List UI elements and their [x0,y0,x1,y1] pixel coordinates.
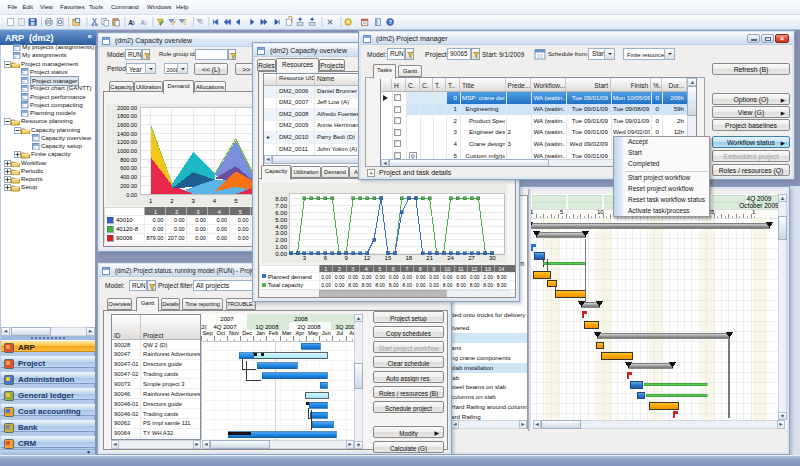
svg-text:0.00: 0.00 [416,282,426,288]
svg-text:0.00: 0.00 [216,217,227,223]
svg-text:24: 24 [447,255,454,261]
svg-text:May: May [308,330,319,336]
svg-text:0.00: 0.00 [238,235,249,241]
svg-text:4.00: 4.00 [275,224,287,230]
svg-text:90006: 90006 [116,235,133,241]
svg-text:10: 10 [444,266,450,272]
svg-text:8.00: 8.00 [362,282,372,288]
svg-text:0.00: 0.00 [429,282,439,288]
svg-text:0.00: 0.00 [470,274,480,280]
svg-text:0.00: 0.00 [335,274,345,280]
svg-text:11: 11 [458,266,464,272]
svg-text:4: 4 [365,266,368,272]
svg-text:5: 5 [378,266,381,272]
svg-text:8.00: 8.00 [443,282,453,288]
svg-text:Sep: Sep [203,330,213,336]
svg-text:400.00: 400.00 [120,174,137,180]
svg-text:3.00: 3.00 [275,230,287,236]
svg-text:0.00: 0.00 [174,226,185,232]
svg-text:Planned demand: Planned demand [268,274,312,280]
svg-text:14: 14 [498,266,504,272]
svg-text:3Q 2008: 3Q 2008 [335,324,354,330]
svg-text:15: 15 [385,255,392,261]
svg-text:0.00: 0.00 [126,192,137,198]
svg-text:0.00: 0.00 [195,235,206,241]
svg-text:0.00: 0.00 [216,235,227,241]
svg-text:0.00: 0.00 [335,282,345,288]
svg-text:8.00: 8.00 [470,282,480,288]
svg-text:Jun: Jun [322,330,331,336]
svg-text:8.00: 8.00 [348,282,358,288]
svg-text:40120-8: 40120-8 [116,226,139,232]
svg-text:Oct: Oct [217,330,226,336]
svg-text:1600.00: 1600.00 [117,122,137,128]
svg-text:7: 7 [405,266,408,272]
svg-text:0.00: 0.00 [216,226,227,232]
svg-text:600.00: 600.00 [120,165,137,171]
svg-text:Dec: Dec [242,330,252,336]
svg-text:2007: 2007 [220,316,234,322]
svg-text:18: 18 [405,255,412,261]
svg-text:0.00: 0.00 [456,274,466,280]
svg-text:8.00: 8.00 [497,274,507,280]
svg-text:2000.00: 2000.00 [117,105,137,111]
svg-text:21: 21 [426,255,433,261]
svg-text:6.00: 6.00 [275,210,287,216]
svg-text:1000.00: 1000.00 [117,148,137,154]
svg-text:0.00: 0.00 [275,251,287,257]
svg-text:10: 10 [597,209,604,215]
svg-text:207.00: 207.00 [168,235,185,241]
svg-text:2(: 2( [201,324,206,330]
svg-text:2.00: 2.00 [275,237,287,243]
svg-text:8.00: 8.00 [402,282,412,288]
svg-text:1: 1 [324,266,327,272]
svg-text:1800.00: 1800.00 [117,113,137,119]
svg-text:1.00: 1.00 [275,244,287,250]
svg-text:13: 13 [485,266,491,272]
svg-text:?: ? [389,19,392,25]
svg-text:30: 30 [489,255,496,261]
svg-text:8.00: 8.00 [497,282,507,288]
svg-text:8: 8 [419,266,422,272]
svg-text:800.00: 800.00 [120,157,137,163]
svg-text:Feb: Feb [269,330,278,336]
svg-text:Apr: Apr [296,330,305,336]
svg-text:1Q 2008: 1Q 2008 [255,324,279,330]
svg-text:0.00: 0.00 [153,217,164,223]
svg-text:0.00: 0.00 [389,274,399,280]
svg-text:0.00: 0.00 [238,226,249,232]
svg-text:4Q 2007: 4Q 2007 [213,324,237,330]
svg-text:0.00: 0.00 [362,274,372,280]
svg-text:0.00: 0.00 [195,226,206,232]
svg-text:Nov: Nov [229,330,239,336]
svg-text:October 2009: October 2009 [739,202,779,209]
svg-text:Jul: Jul [336,330,343,336]
svg-text:0.00: 0.00 [402,274,412,280]
svg-text:8.00: 8.00 [389,282,399,288]
svg-text:12: 12 [471,266,477,272]
svg-text:9: 9 [432,266,435,272]
svg-text:40010: 40010 [116,217,133,223]
svg-text:2Q 2008: 2Q 2008 [297,324,321,330]
svg-text:8.00: 8.00 [375,282,385,288]
svg-text:12: 12 [364,255,371,261]
svg-text:200.00: 200.00 [120,183,137,189]
svg-text:Mar: Mar [282,330,292,336]
svg-text:0.00: 0.00 [348,274,358,280]
svg-text:0.00: 0.00 [416,274,426,280]
svg-text:2.00: 2.00 [483,274,493,280]
svg-text:0.00: 0.00 [443,274,453,280]
svg-text:Total capacity: Total capacity [268,282,303,288]
svg-text:2: 2 [338,266,341,272]
svg-text:8.00: 8.00 [456,282,466,288]
svg-text:0.00: 0.00 [195,217,206,223]
svg-text:0.00: 0.00 [321,274,331,280]
svg-text:0.00: 0.00 [174,217,185,223]
svg-text:0.00: 0.00 [375,274,385,280]
svg-text:2008: 2008 [294,316,308,322]
svg-text:0.00: 0.00 [321,282,331,288]
svg-text:0.00: 0.00 [153,226,164,232]
svg-text:8.00: 8.00 [275,196,287,202]
svg-text:5.00: 5.00 [275,217,287,223]
svg-text:0.00: 0.00 [238,217,249,223]
